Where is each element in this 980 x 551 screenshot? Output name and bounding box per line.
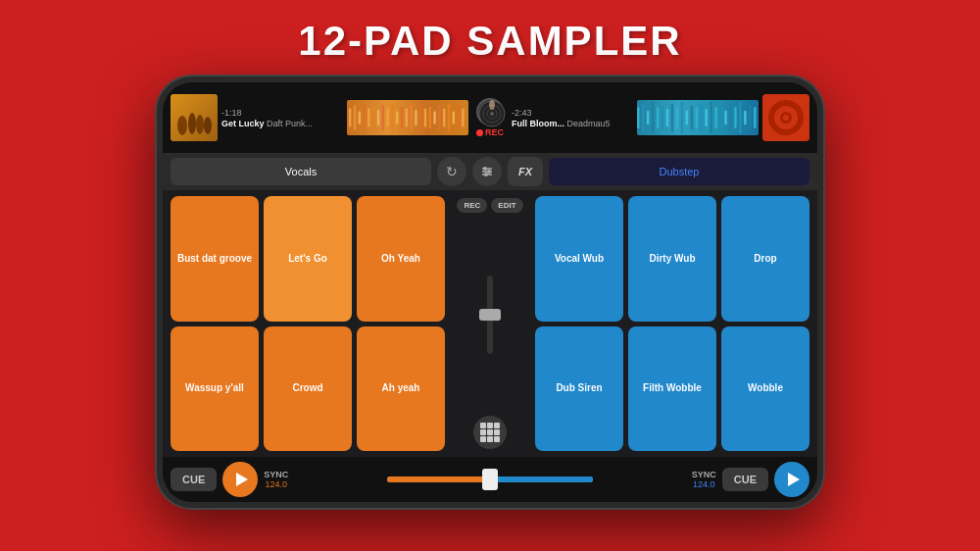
svg-rect-36	[637, 107, 639, 128]
rec-edit-row: REC EDIT	[457, 198, 522, 213]
svg-rect-28	[453, 112, 455, 125]
filter-tab-dubstep[interactable]: Dubstep	[549, 158, 809, 185]
svg-point-69	[483, 167, 487, 171]
center-controls: REC	[472, 98, 508, 137]
svg-rect-24	[433, 112, 435, 125]
loop-icon-btn[interactable]: ↻	[437, 157, 466, 186]
pads-right: Vocal Wub Dirty Wub Drop Dub Siren Filth…	[535, 196, 809, 451]
svg-rect-16	[396, 112, 398, 125]
svg-point-4	[196, 115, 204, 134]
svg-rect-11	[372, 107, 374, 128]
crossfader-thumb[interactable]	[482, 469, 498, 490]
play-icon-right	[788, 473, 800, 486]
pad-left-2[interactable]: Oh Yeah	[357, 196, 445, 322]
svg-point-34	[490, 112, 494, 116]
loop-icon: ↻	[446, 164, 458, 179]
pad-left-4[interactable]: Crowd	[264, 326, 352, 452]
svg-rect-44	[676, 107, 678, 128]
svg-rect-45	[681, 102, 683, 133]
album-art-left-inner	[171, 94, 218, 141]
svg-point-65	[783, 115, 789, 121]
pad-left-0[interactable]: Bust dat groove	[171, 196, 259, 322]
rec-dot	[476, 129, 483, 136]
eq-icon-btn[interactable]	[472, 157, 502, 186]
center-fader: REC EDIT	[451, 196, 529, 451]
svg-point-5	[204, 117, 212, 134]
svg-rect-42	[666, 109, 668, 126]
deck-time-right: -2:43	[512, 108, 633, 118]
sync-label-right: SYNC	[692, 470, 716, 479]
svg-rect-39	[652, 102, 654, 133]
vinyl-icon[interactable]	[476, 98, 504, 125]
svg-rect-21	[419, 104, 421, 132]
svg-rect-47	[691, 105, 693, 129]
play-btn-left[interactable]	[222, 462, 258, 497]
pad-right-4[interactable]: Filth Wobble	[628, 326, 716, 452]
cue-btn-right[interactable]: CUE	[722, 468, 768, 491]
side-button	[157, 200, 159, 229]
svg-point-3	[188, 113, 196, 134]
fader-thumb[interactable]	[479, 309, 501, 321]
svg-rect-56	[734, 107, 736, 128]
svg-rect-13	[382, 105, 384, 130]
grid-icon	[480, 423, 500, 442]
filter-bar: Vocals ↻ FX Dubstep	[163, 153, 817, 190]
rec-edit-rec-btn[interactable]: REC	[457, 198, 487, 213]
svg-point-2	[177, 116, 187, 135]
svg-rect-20	[415, 110, 416, 125]
deck-info-right: -2:43 Full Bloom... Deadmau5	[512, 108, 633, 128]
play-btn-right[interactable]	[774, 462, 809, 497]
svg-rect-10	[368, 108, 369, 126]
pad-right-0[interactable]: Vocal Wub	[535, 196, 623, 322]
svg-rect-46	[686, 111, 688, 125]
pad-right-2[interactable]: Drop	[721, 196, 809, 322]
svg-rect-29	[457, 107, 459, 128]
svg-rect-22	[424, 108, 426, 126]
pad-left-1[interactable]: Let's Go	[264, 196, 352, 322]
grid-btn[interactable]	[473, 416, 507, 449]
phone-device: -1:18 Get Lucky Daft Punk...	[157, 76, 823, 508]
waveform-left	[347, 100, 468, 135]
deck-info-left: -1:18 Get Lucky Daft Punk...	[221, 108, 343, 128]
svg-rect-7	[354, 105, 356, 130]
pad-left-5[interactable]: Ah yeah	[357, 326, 445, 452]
filter-tab-vocals[interactable]: Vocals	[171, 158, 431, 185]
svg-point-70	[487, 170, 491, 174]
album-art-right	[762, 94, 809, 141]
album-art-left	[171, 94, 218, 141]
pad-left-3[interactable]: Wassup y'all	[171, 326, 259, 452]
phone-screen: -1:18 Get Lucky Daft Punk...	[163, 82, 817, 502]
svg-rect-52	[714, 107, 716, 128]
deck-right: -2:43 Full Bloom... Deadmau5	[512, 94, 809, 141]
svg-rect-27	[448, 104, 450, 132]
pad-right-3[interactable]: Dub Siren	[535, 326, 623, 452]
svg-rect-14	[386, 108, 388, 126]
pads-left: Bust dat groove Let's Go Oh Yeah Wassup …	[171, 196, 445, 451]
svg-rect-60	[754, 107, 756, 128]
fx-btn[interactable]: FX	[508, 157, 543, 186]
deck-track-right: Full Bloom... Deadmau5	[512, 119, 633, 128]
crossfader-container	[383, 476, 598, 482]
pads-area: Bust dat groove Let's Go Oh Yeah Wassup …	[163, 190, 817, 457]
waveform-bars-left	[347, 100, 468, 135]
svg-rect-15	[391, 104, 393, 132]
svg-rect-19	[410, 105, 412, 130]
svg-rect-55	[729, 104, 731, 132]
svg-point-71	[484, 173, 488, 176]
svg-rect-12	[377, 110, 379, 125]
sync-area-right: SYNC 124.0	[692, 470, 716, 489]
transport-right: SYNC 124.0 CUE	[603, 462, 809, 497]
svg-rect-26	[443, 108, 445, 126]
page-title: 12-PAD SAMPLER	[298, 18, 681, 65]
deck-area: -1:18 Get Lucky Daft Punk...	[163, 82, 817, 153]
pad-right-5[interactable]: Wobble	[721, 326, 809, 452]
rec-edit-edit-btn[interactable]: EDIT	[491, 198, 522, 213]
svg-point-35	[489, 100, 495, 110]
sync-bpm-right: 124.0	[693, 479, 715, 489]
cue-btn-left[interactable]: CUE	[171, 468, 217, 491]
pad-right-1[interactable]: Dirty Wub	[628, 196, 716, 322]
svg-rect-23	[429, 107, 431, 128]
transport-bar: CUE SYNC 124.0	[163, 457, 817, 502]
rec-button[interactable]: REC	[476, 127, 504, 137]
sync-area-left: SYNC 124.0	[264, 470, 288, 489]
